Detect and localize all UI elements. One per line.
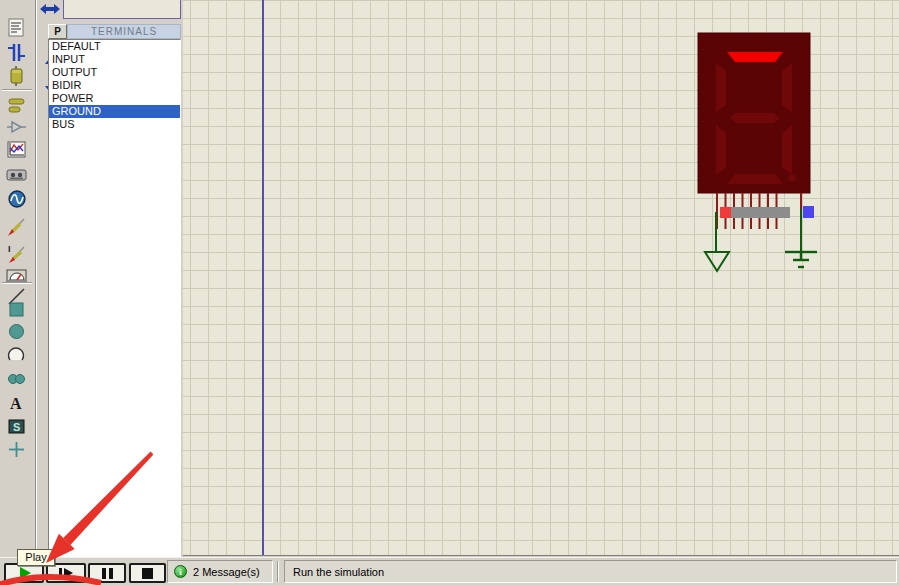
statusbar-separator [277, 561, 279, 582]
segment-b [782, 63, 792, 112]
schematic-canvas[interactable] [183, 0, 899, 556]
2d-marker-icon[interactable] [6, 439, 28, 461]
message-counter-panel[interactable]: i 2 Message(s) [167, 560, 273, 583]
animation-control-bar: i 2 Message(s) Run the simulation [0, 557, 899, 585]
list-item-bus[interactable]: BUS [49, 118, 180, 131]
voltage-probe-icon[interactable] [6, 216, 28, 238]
subcircuit-icon[interactable] [6, 65, 28, 87]
ground-arrow-terminal[interactable] [705, 252, 729, 271]
text-script-icon[interactable] [6, 17, 28, 39]
list-item-ground[interactable]: GROUND [49, 105, 180, 118]
pick-devices-button[interactable]: P [48, 24, 67, 39]
object-preview [63, 0, 181, 19]
pause-icon [102, 568, 106, 579]
list-item-input[interactable]: INPUT [49, 53, 180, 66]
pin-right-marker [803, 206, 814, 218]
current-probe-icon[interactable]: I [6, 243, 28, 265]
segment-dp [789, 175, 796, 182]
pin1-marker [720, 207, 731, 218]
status-hint: Run the simulation [293, 566, 384, 578]
buses-icon[interactable] [6, 42, 28, 64]
current-probe-glyph: I [8, 244, 11, 254]
generator-icon[interactable] [6, 188, 28, 210]
segment-d [727, 174, 783, 184]
seven-segment-display-group[interactable] [183, 0, 899, 556]
segment-a-lit [727, 52, 783, 62]
terminals-icon[interactable] [6, 95, 28, 117]
stop-button[interactable] [129, 563, 166, 583]
segment-f [716, 63, 726, 112]
status-hint-panel: Run the simulation [284, 560, 897, 583]
play-icon [20, 567, 31, 579]
wire-label-icon[interactable]: LBL [6, 0, 28, 12]
pause-button[interactable] [88, 563, 126, 583]
stop-icon [142, 568, 153, 579]
2d-box-icon[interactable] [6, 299, 28, 321]
tape-recorder-icon[interactable] [6, 164, 28, 186]
list-item-output[interactable]: OUTPUT [49, 66, 180, 79]
toolbar-divider [2, 282, 32, 284]
2d-arc-icon[interactable] [6, 344, 28, 366]
earth-ground-symbol[interactable] [785, 252, 817, 267]
2d-circle-icon[interactable] [6, 321, 28, 343]
mode-toolbar: LBL I [0, 0, 36, 556]
list-item-bidir[interactable]: BIDIR [49, 79, 180, 92]
info-icon: i [174, 565, 187, 578]
device-pins-icon[interactable] [6, 117, 28, 139]
segment-g [730, 113, 780, 123]
play-button[interactable] [4, 563, 44, 583]
symbol-mode-glyph: S [13, 421, 20, 433]
toolbar-divider [2, 89, 32, 91]
2d-symbol-icon[interactable]: S [6, 416, 28, 438]
text-mode-glyph: A [10, 395, 22, 412]
terminal-list: DEFAULT INPUT OUTPUT BIDIR POWER GROUND … [48, 39, 181, 558]
2d-text-icon[interactable]: A [6, 392, 28, 414]
segment-e [716, 125, 726, 175]
step-button[interactable] [46, 563, 86, 583]
proteus-isis-window: LBL I [0, 0, 899, 585]
list-item-default[interactable]: DEFAULT [49, 40, 180, 53]
play-tooltip: Play [17, 549, 55, 566]
2d-path-icon[interactable] [6, 368, 28, 390]
message-count: 2 Message(s) [193, 566, 260, 578]
panel-title: TERMINALS [67, 24, 181, 39]
graph-icon[interactable] [6, 139, 28, 161]
mirror-horizontal-icon[interactable] [40, 2, 60, 20]
list-item-power[interactable]: POWER [49, 92, 180, 105]
segment-c [782, 125, 792, 175]
step-icon [59, 568, 62, 579]
